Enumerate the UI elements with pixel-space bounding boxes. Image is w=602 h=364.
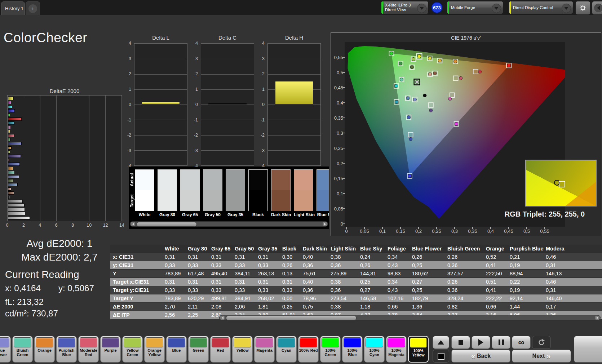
table-row-y: Y783,89617,48495,40384,11263,130,1375,61… [110,270,602,278]
deltae-bar-100-magenta [8,101,11,104]
scroll-right-icon[interactable] [323,222,327,226]
deltae-bar-magenta [8,126,11,129]
patch-button-100-cyan[interactable]: 100% Cyan [364,336,385,363]
tick-mark [343,148,345,148]
swatch-white: White [135,169,154,217]
actual-color [158,170,177,190]
patch-button-100-red[interactable]: 100% Red [298,336,319,363]
patch-button-blue[interactable]: Blue [166,336,187,363]
x-tick-label: 14 [119,223,124,228]
patch-button-orange[interactable]: Orange [34,336,55,363]
patch-button-moderate-red[interactable]: Moderate Red [78,336,99,363]
table-cell: 0,36 [331,286,360,294]
tick-mark [454,227,455,229]
actual-color [181,170,199,190]
tab-history-1[interactable]: History 1 [1,1,25,15]
deltae-bar-gray-65 [8,208,25,211]
add-tab-button[interactable]: + [26,1,40,15]
table-cell: 0,33 [258,286,282,294]
edge-partial-button[interactable] [574,336,602,363]
play-button[interactable] [472,336,490,349]
measured-point-foliage [410,66,413,69]
continuous-read-button[interactable]: ∞ [512,336,531,349]
patch-label: Purple [101,348,120,352]
next-button[interactable]: Next » [512,350,571,363]
patch-color-chip [102,337,119,347]
patch-button-orange-yellow[interactable]: Orange Yellow [144,336,165,363]
meter-status-stripe [381,1,383,14]
patch-button-yellow-green[interactable]: Yellow Green [122,336,143,363]
table-cell: 0,51 [486,278,510,286]
patch-button-100-yellow[interactable]: 100% Yellow [408,336,429,363]
table-cell: 0,33 [165,261,188,269]
patch-button-100-green[interactable]: 100% Green [320,336,341,363]
table-cell: 0,25 [282,303,303,311]
back-button[interactable]: « Back [451,350,510,363]
scroll-right-icon[interactable] [595,316,599,320]
measured-point-dark-skin [433,72,437,75]
table-cell: 1,36 [412,303,447,311]
patch-button-purple[interactable]: Purple [100,336,121,363]
patch-button-yellow[interactable]: Yellow [232,336,253,363]
collapse-panel-button[interactable] [592,1,602,15]
swatch-blue-sky: Blue Sky [317,169,329,217]
column-header-bluish-green: Bluish Green [447,245,486,253]
y-tick-label: 2 [262,71,265,76]
patch-button-100-magenta[interactable]: 100% Magenta [386,336,407,363]
target-color [271,190,290,211]
table-cell: 783,89 [165,270,188,278]
pattern-window-button[interactable] [433,350,449,363]
table-scrollbar-thumb[interactable] [226,316,357,320]
table-cell: 0,75 [303,303,331,311]
actual-color [203,170,222,190]
table-cell: 0,00 [282,294,303,302]
deltae-bar-100-yellow [8,97,14,100]
deltae-bar-100-blue [8,109,15,112]
y-tick-label: 1 [129,87,131,92]
scroll-left-icon[interactable] [131,222,135,226]
table-cell: 0,36 [331,261,360,269]
gridline [134,120,187,120]
loop-button[interactable] [532,336,551,349]
meter-dropdown[interactable]: X-Rite i1Pro 3 Direct View [381,1,429,14]
patch-button-cyan[interactable]: Cyan [276,336,297,363]
patch-button-purplish-blue[interactable]: Purplish Blue [56,336,77,363]
column-header-modera: Modera [546,245,602,253]
chevron-down-icon[interactable] [417,4,426,13]
patch-button-blue-flower[interactable]: Blue Flower [0,336,11,363]
actual-color [226,170,245,190]
patch-button-red[interactable]: Red [210,336,231,363]
patch-button-magenta[interactable]: Magenta [254,336,275,363]
source-dropdown[interactable]: Mobile Forge [447,1,503,14]
patch-button-bluish-green[interactable]: Bluish Green [12,336,33,363]
settings-button[interactable] [575,1,590,15]
patch-button-green[interactable]: Green [188,336,209,363]
target-color [203,190,222,211]
table-cell: 0,82 [447,303,486,311]
patch-label: 100% Yellow [409,349,428,357]
gridline [40,96,40,221]
chevron-down-icon[interactable] [562,4,571,13]
chevron-down-icon[interactable] [492,4,501,13]
swatch-scrollbar-thumb[interactable] [137,222,197,227]
swatch-label: Gray 80 [158,212,177,217]
patch-label: 100% Blue [342,348,362,357]
column-header-blue-sky: Blue Sky [360,245,388,253]
x-tick-label: 2 [22,223,25,228]
swatch-label: Gray 50 [203,212,222,217]
deltae-bar-cyan [8,121,14,125]
table-scrollbar[interactable] [219,315,601,320]
pause-icon [502,339,504,345]
deltae-bar-gray-35 [8,200,23,203]
display-control-dropdown[interactable]: Direct Display Control [509,1,573,14]
cie-y-tick-label: 0 [331,221,343,227]
plus-icon: + [28,4,37,13]
scroll-left-icon[interactable] [220,316,225,320]
table-cell: 0,26 [447,278,486,286]
swatch-scrollbar[interactable] [130,221,328,227]
patch-button-100-blue[interactable]: 100% Blue [342,336,363,363]
pause-button[interactable] [492,336,510,349]
stop-button[interactable] [451,336,470,349]
patch-list-up-button[interactable] [433,336,449,349]
y-tick-label: 0 [129,102,131,107]
